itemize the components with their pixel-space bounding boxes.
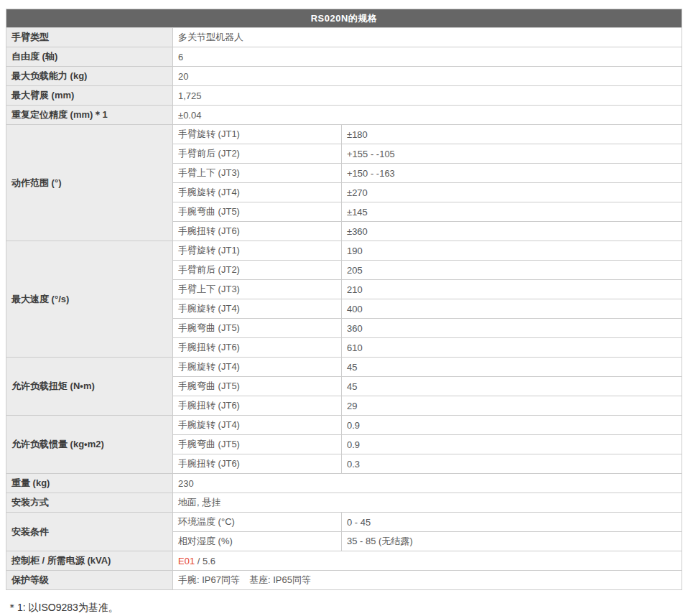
row-label-mass: 重量 (kg) <box>6 474 173 493</box>
sub-value: +155 - -105 <box>342 144 682 164</box>
table-header-row: RS020N的规格 <box>6 9 682 28</box>
sub-label: 手腕旋转 (JT4) <box>173 416 342 435</box>
row-value-protection: 手腕: IP67同等 基座: IP65同等 <box>173 571 682 590</box>
table-row: 最大臂展 (mm) 1,725 <box>6 86 682 106</box>
table-row: 动作范围 (°) 手臂旋转 (JT1) ±180 <box>6 125 682 144</box>
table-row: 手臂类型 多关节型机器人 <box>6 28 682 47</box>
table-row: 允许负载扭矩 (N•m) 手腕旋转 (JT4) 45 <box>6 358 682 377</box>
row-value-arm-type: 多关节型机器人 <box>173 28 682 47</box>
sub-value: 400 <box>342 299 682 319</box>
sub-value: +150 - -163 <box>342 164 682 183</box>
group-label-load-inertia: 允许负载惯量 (kg•m2) <box>6 416 173 474</box>
row-label-protection: 保护等级 <box>6 571 173 590</box>
sub-value: 0.3 <box>342 454 682 474</box>
controller-e01-link[interactable]: E01 <box>178 556 195 566</box>
sub-value: 45 <box>342 358 682 377</box>
sub-label: 相对湿度 (%) <box>173 532 342 551</box>
table-row: 允许负载惯量 (kg•m2) 手腕旋转 (JT4) 0.9 <box>6 416 682 435</box>
sub-value: 45 <box>342 377 682 396</box>
row-label-repeatability: 重复定位精度 (mm)＊1 <box>6 106 173 125</box>
table-title: RS020N的规格 <box>6 9 682 28</box>
sub-label: 手腕弯曲 (JT5) <box>173 435 342 454</box>
row-value-mass: 230 <box>173 474 682 493</box>
row-value-reach: 1,725 <box>173 86 682 106</box>
controller-power-rest: / 5.6 <box>195 556 215 566</box>
row-label-dof: 自由度 (轴) <box>6 47 173 67</box>
row-label-mounting: 安装方式 <box>6 493 173 513</box>
row-label-reach: 最大臂展 (mm) <box>6 86 173 106</box>
sub-label: 手臂前后 (JT2) <box>173 144 342 164</box>
row-label-arm-type: 手臂类型 <box>6 28 173 47</box>
group-label-max-speed: 最大速度 (°/s) <box>6 241 173 358</box>
sub-label: 手臂旋转 (JT1) <box>173 125 342 144</box>
row-label-controller-power: 控制柜 / 所需电源 (kVA) <box>6 551 173 571</box>
sub-value: 210 <box>342 280 682 299</box>
table-row: 重复定位精度 (mm)＊1 ±0.04 <box>6 106 682 125</box>
sub-value: 190 <box>342 241 682 261</box>
sub-value: 360 <box>342 319 682 338</box>
sub-label: 手腕旋转 (JT4) <box>173 358 342 377</box>
sub-value: ±180 <box>342 125 682 144</box>
sub-label: 手臂上下 (JT3) <box>173 280 342 299</box>
sub-label: 环境温度 (°C) <box>173 513 342 532</box>
sub-label: 手臂旋转 (JT1) <box>173 241 342 261</box>
sub-value: ±360 <box>342 222 682 241</box>
sub-label: 手腕弯曲 (JT5) <box>173 377 342 396</box>
sub-value: 610 <box>342 338 682 358</box>
sub-label: 手腕旋转 (JT4) <box>173 299 342 319</box>
group-label-install-conditions: 安装条件 <box>6 513 173 551</box>
sub-value: ±270 <box>342 183 682 202</box>
table-row: 安装方式 地面, 悬挂 <box>6 493 682 513</box>
page: RS020N的规格 手臂类型 多关节型机器人 自由度 (轴) 6 最大负载能力 … <box>0 0 693 616</box>
table-row: 自由度 (轴) 6 <box>6 47 682 67</box>
row-label-payload: 最大负载能力 (kg) <box>6 67 173 86</box>
row-value-dof: 6 <box>173 47 682 67</box>
row-value-repeatability: ±0.04 <box>173 106 682 125</box>
sub-label: 手腕扭转 (JT6) <box>173 454 342 474</box>
table-row: 最大速度 (°/s) 手臂旋转 (JT1) 190 <box>6 241 682 261</box>
table-row: 最大负载能力 (kg) 20 <box>6 67 682 86</box>
sub-value: 0.9 <box>342 416 682 435</box>
group-label-load-torque: 允许负载扭矩 (N•m) <box>6 358 173 416</box>
sub-value: 29 <box>342 396 682 416</box>
sub-value: ±145 <box>342 202 682 222</box>
table-row: 安装条件 环境温度 (°C) 0 - 45 <box>6 513 682 532</box>
row-value-controller-power: E01 / 5.6 <box>173 551 682 571</box>
sub-label: 手腕弯曲 (JT5) <box>173 202 342 222</box>
sub-label: 手腕旋转 (JT4) <box>173 183 342 202</box>
row-value-payload: 20 <box>173 67 682 86</box>
sub-value: 0.9 <box>342 435 682 454</box>
sub-label: 手臂上下 (JT3) <box>173 164 342 183</box>
sub-label: 手腕扭转 (JT6) <box>173 338 342 358</box>
sub-value: 205 <box>342 261 682 280</box>
sub-label: 手腕弯曲 (JT5) <box>173 319 342 338</box>
footnote: ＊1: 以ISO9283为基准。 <box>7 602 118 615</box>
table-row: 控制柜 / 所需电源 (kVA) E01 / 5.6 <box>6 551 682 571</box>
sub-label: 手臂前后 (JT2) <box>173 261 342 280</box>
table-row: 重量 (kg) 230 <box>6 474 682 493</box>
sub-value: 0 - 45 <box>342 513 682 532</box>
spec-table: RS020N的规格 手臂类型 多关节型机器人 自由度 (轴) 6 最大负载能力 … <box>6 9 682 590</box>
group-label-motion-range: 动作范围 (°) <box>6 125 173 241</box>
table-row: 保护等级 手腕: IP67同等 基座: IP65同等 <box>6 571 682 590</box>
row-value-mounting: 地面, 悬挂 <box>173 493 682 513</box>
sub-label: 手腕扭转 (JT6) <box>173 396 342 416</box>
sub-value: 35 - 85 (无结露) <box>342 532 682 551</box>
spec-table-container: RS020N的规格 手臂类型 多关节型机器人 自由度 (轴) 6 最大负载能力 … <box>6 9 682 590</box>
sub-label: 手腕扭转 (JT6) <box>173 222 342 241</box>
